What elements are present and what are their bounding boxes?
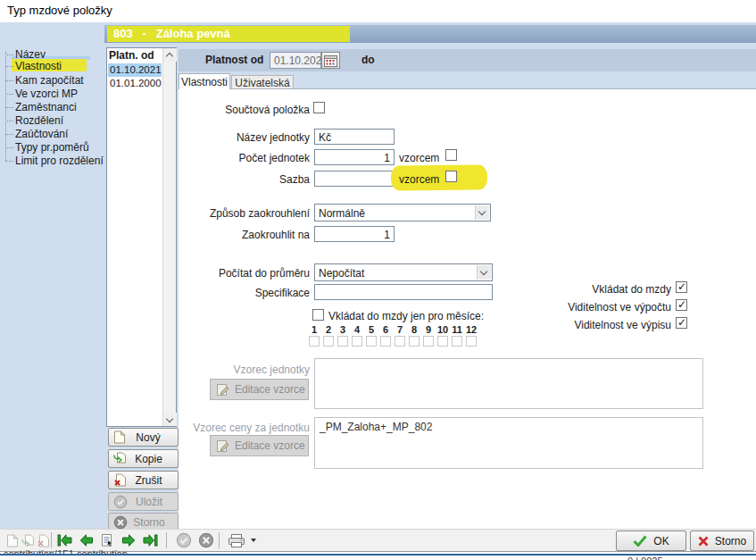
sidebar-item-typy-pr-pomeru[interactable]: Typy pr.poměrů	[2, 141, 89, 154]
chevron-up-icon	[166, 53, 173, 60]
rate-formula-checkbox[interactable]	[445, 171, 457, 182]
browse-records-icon[interactable]	[98, 531, 116, 549]
toolbar-cancel-icon	[197, 531, 215, 549]
dropdown-button[interactable]	[475, 205, 489, 220]
month-checkbox	[380, 336, 391, 347]
month-checkbox	[309, 336, 320, 347]
month-checkbox	[395, 336, 405, 347]
typ-mzdove-polozky-window: Typ mzdové položky 803 - Záloha pevná Ná…	[0, 0, 756, 560]
storno-button[interactable]: Storno	[690, 531, 754, 551]
rounding-method-select[interactable]: Normálně	[314, 204, 491, 221]
visibility-print-checkbox[interactable]	[676, 317, 687, 329]
rate-formula-label: vzorcem	[399, 173, 439, 186]
toolbar-separator	[51, 532, 52, 548]
months-filter-checkbox[interactable]	[312, 309, 324, 321]
validity-from-label: Platnost od	[205, 54, 263, 66]
calendar-button[interactable]	[321, 52, 340, 69]
unit-name-input[interactable]: Kč	[314, 129, 395, 145]
print-dropdown-icon[interactable]	[248, 531, 259, 549]
list-column-header: Platn. od	[109, 49, 154, 62]
sidebar-item-limit-pro-rozdeleni[interactable]: Limit pro rozdělení	[2, 155, 104, 167]
specification-label: Specifikace	[131, 287, 310, 299]
specification-input[interactable]	[314, 284, 493, 300]
month-checkbox	[366, 336, 377, 347]
page-title: Typ mzdové položky	[7, 4, 112, 17]
record-header-bar: 803 - Záloha pevná	[104, 25, 756, 43]
unit-formula-label: Vzorec jednotky	[131, 364, 310, 376]
delete-button[interactable]: Zrušit	[108, 471, 179, 489]
month-checkbox	[409, 336, 420, 347]
ok-button[interactable]: OK	[616, 531, 686, 551]
calendar-icon	[324, 54, 337, 67]
validity-to-label: do	[361, 54, 375, 66]
sidebar-item-zamestnanci[interactable]: Zaměstnanci	[2, 101, 77, 113]
unit-formula-textarea[interactable]	[314, 358, 703, 409]
prev-record-icon[interactable]	[77, 531, 95, 549]
next-record-icon[interactable]	[120, 531, 137, 549]
list-item[interactable]: 01.10.2021	[108, 63, 162, 77]
month-checkbox	[466, 336, 477, 347]
visibility-calc-checkbox[interactable]	[676, 299, 687, 311]
cancel-x-icon	[113, 515, 128, 530]
chevron-down-icon	[478, 208, 486, 215]
toolbar-delete-icon	[34, 531, 52, 549]
record-title-highlighted: 803 - Záloha pevná	[107, 26, 350, 42]
months-checkbox-row	[307, 336, 478, 347]
storno-x-icon	[698, 536, 709, 547]
month-checkbox	[437, 336, 448, 347]
insert-to-wage-checkbox[interactable]	[676, 281, 687, 293]
average-label: Počítat do průměru	[131, 267, 310, 280]
rate-input[interactable]	[314, 171, 395, 187]
validity-from-date-field[interactable]: 01.10.2021	[270, 52, 321, 69]
sum-item-label: Součtová položka	[131, 104, 310, 116]
month-checkbox	[423, 336, 434, 347]
status-text-right: 0 | 0025	[627, 556, 663, 560]
month-checkbox	[452, 336, 462, 347]
sidebar-item-rozdeleni[interactable]: Rozdělení	[2, 114, 63, 127]
months-filter-label: Vkládat do mzdy jen pro měsíce:	[328, 310, 484, 322]
new-document-icon	[113, 430, 126, 444]
round-to-input[interactable]: 1	[314, 226, 395, 242]
sum-item-checkbox[interactable]	[313, 102, 325, 113]
price-formula-label: Vzorec ceny za jednotku	[131, 422, 310, 434]
scroll-up-button[interactable]	[163, 48, 177, 62]
month-checkbox	[352, 336, 362, 347]
first-record-icon[interactable]	[55, 531, 73, 549]
insert-to-wage-label: Vkládat do mzdy	[493, 283, 671, 296]
sidebar-item-nazev[interactable]: Název	[2, 48, 46, 61]
rate-label: Sazba	[131, 173, 310, 186]
edit-formula-icon	[216, 383, 229, 397]
delete-document-icon	[113, 473, 127, 487]
unit-count-input[interactable]: 1	[314, 149, 395, 165]
toolbar-separator	[219, 532, 220, 548]
list-item[interactable]: 01.01.2000	[108, 77, 162, 90]
unit-count-formula-label: vzorcem	[399, 152, 439, 164]
sidebar-item-kam-zapocitat[interactable]: Kam započítat	[2, 74, 84, 87]
copy-document-icon	[113, 452, 127, 465]
print-icon[interactable]	[227, 531, 246, 549]
copy-button[interactable]: Kopie	[108, 449, 179, 468]
unit-count-label: Počet jednotek	[131, 152, 310, 164]
tab-uzivatelska[interactable]: Uživatelská	[231, 75, 294, 89]
rounding-method-label: Způsob zaokrouhlení	[131, 207, 310, 220]
last-record-icon[interactable]	[141, 531, 159, 549]
month-checkbox	[337, 336, 348, 347]
months-number-row: 123456789101112	[307, 324, 478, 335]
unit-name-label: Název jednotky	[131, 131, 310, 144]
toolbar-save-icon	[175, 531, 193, 549]
sidebar-item-zauctovani[interactable]: Zaúčtování	[2, 128, 68, 140]
average-select[interactable]: Nepočítat	[314, 263, 493, 281]
edit-price-formula-button: Editace vzorce	[210, 435, 309, 456]
tab-vlastnosti[interactable]: Vlastnosti	[179, 73, 230, 89]
unit-count-formula-checkbox[interactable]	[445, 149, 457, 161]
sidebar-item-ve-vzorci-mp[interactable]: Ve vzorci MP	[2, 88, 78, 100]
visibility-calc-label: Viditelnost ve výpočtu	[493, 301, 671, 313]
visibility-print-label: Viditelnost ve výpisu	[493, 319, 671, 331]
edit-unit-formula-button: Editace vzorce	[210, 379, 309, 400]
save-button: Uložit	[108, 492, 179, 511]
month-checkbox	[323, 336, 334, 347]
price-formula-textarea[interactable]: _PM_Zaloha+_MP_802	[314, 417, 703, 469]
chevron-down-icon	[480, 268, 487, 275]
dropdown-button[interactable]	[477, 265, 491, 280]
sidebar-item-vlastnosti[interactable]: Vlastnosti	[2, 60, 62, 72]
